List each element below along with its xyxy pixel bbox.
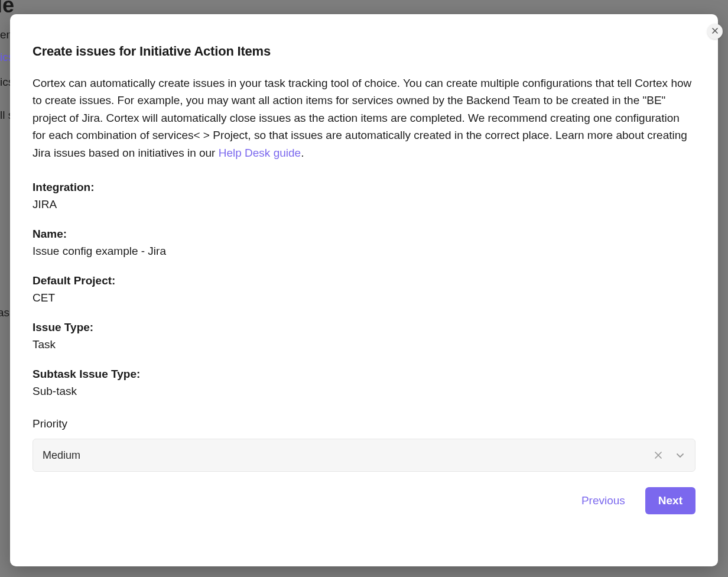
field-value-integration: JIRA bbox=[32, 196, 696, 213]
create-issues-modal: Create issues for Initiative Action Item… bbox=[10, 14, 718, 566]
modal-description: Cortex can automatically create issues i… bbox=[32, 74, 696, 161]
field-label-subtask-issue-type: Subtask Issue Type: bbox=[32, 366, 696, 383]
next-button[interactable]: Next bbox=[645, 487, 696, 514]
field-label-issue-type: Issue Type: bbox=[32, 319, 696, 336]
priority-section: Priority Medium bbox=[32, 417, 696, 472]
help-desk-link[interactable]: Help Desk guide bbox=[219, 147, 301, 159]
field-default-project: Default Project: CET bbox=[32, 273, 696, 306]
modal-footer: Previous Next bbox=[32, 487, 696, 514]
close-icon bbox=[711, 27, 719, 36]
field-value-default-project: CET bbox=[32, 290, 696, 307]
field-label-integration: Integration: bbox=[32, 179, 696, 196]
priority-label: Priority bbox=[32, 417, 696, 430]
bg-text-5: as bbox=[0, 306, 9, 319]
field-label-default-project: Default Project: bbox=[32, 273, 696, 290]
previous-button[interactable]: Previous bbox=[578, 488, 629, 513]
close-button[interactable] bbox=[707, 24, 723, 39]
description-text: Cortex can automatically create issues i… bbox=[32, 77, 691, 159]
chevron-down-icon[interactable] bbox=[675, 450, 685, 461]
description-tail: . bbox=[301, 147, 304, 159]
field-label-name: Name: bbox=[32, 226, 696, 243]
field-value-issue-type: Task bbox=[32, 336, 696, 354]
select-icons bbox=[654, 450, 685, 461]
clear-icon[interactable] bbox=[654, 450, 663, 460]
priority-selected-value: Medium bbox=[43, 449, 654, 462]
field-name: Name: Issue config example - Jira bbox=[32, 226, 696, 260]
field-value-name: Issue config example - Jira bbox=[32, 243, 696, 260]
field-integration: Integration: JIRA bbox=[32, 179, 696, 213]
field-issue-type: Issue Type: Task bbox=[32, 319, 696, 353]
field-value-subtask-issue-type: Sub-task bbox=[32, 383, 696, 400]
priority-select[interactable]: Medium bbox=[32, 439, 696, 472]
modal-title: Create issues for Initiative Action Item… bbox=[32, 44, 696, 59]
field-subtask-issue-type: Subtask Issue Type: Sub-task bbox=[32, 366, 696, 400]
